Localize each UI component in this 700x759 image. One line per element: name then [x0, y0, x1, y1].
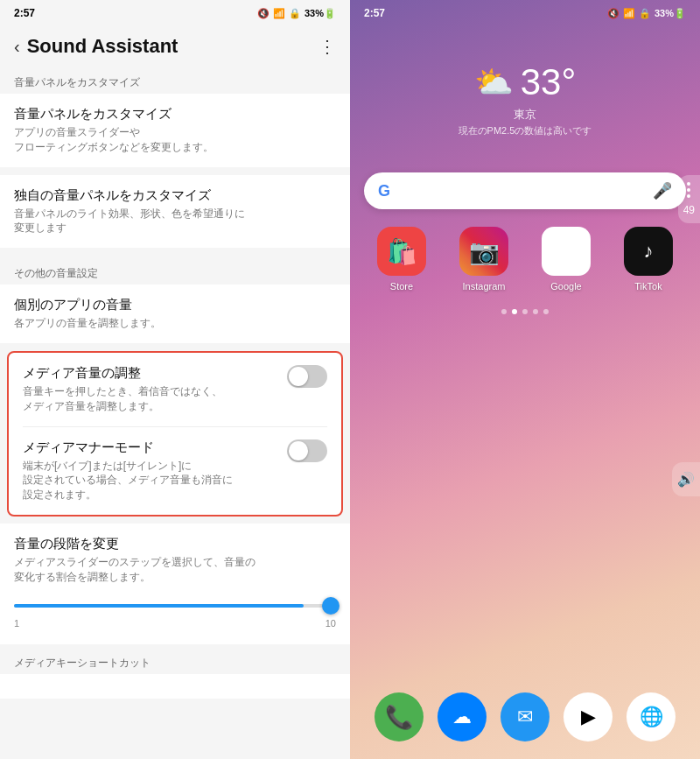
status-icons-right: 🔇 📶 🔒 33%🔋: [607, 8, 686, 19]
r-mute-icon: 🔇: [607, 8, 620, 19]
google-label: Google: [550, 281, 581, 292]
page-dots: [350, 309, 700, 314]
slider-fill: [14, 604, 304, 608]
slider-title: 音量の段階を変更: [14, 536, 336, 552]
dot3: [687, 194, 690, 198]
status-bar-left: 2:57 🔇 📶 🔒 33%🔋: [0, 0, 350, 26]
r-battery-text: 33%🔋: [654, 8, 686, 19]
dock-onedrive[interactable]: ☁: [438, 692, 486, 741]
weather-icon: ⛅: [474, 64, 514, 101]
status-icons-left: 🔇 📶 🔒 33%🔋: [257, 8, 336, 19]
setting-item-custom-panel[interactable]: 独自の音量パネルをカスタマイズ 音量パネルのライト効果、形状、色を希望通りに変更…: [0, 175, 350, 249]
store-label: Store: [390, 281, 413, 292]
sound-edge-button[interactable]: 🔊: [672, 462, 700, 496]
more-button[interactable]: ⋮: [318, 36, 336, 57]
slider-min: 1: [14, 618, 19, 629]
mail-icon[interactable]: ✉: [500, 692, 550, 741]
media-manner-text: メディアマナーモード 端末が[バイブ]または[サイレント]に設定されている場合、…: [23, 439, 276, 502]
slider-labels: 1 10: [14, 618, 336, 629]
item1-desc: アプリの音量スライダーやフローティングボタンなどを変更します。: [14, 125, 336, 155]
wifi-icon: 📶: [273, 8, 285, 19]
dots-number: 49: [683, 204, 695, 216]
app-grid: 🛍️ Store 📷 Instagram Google ♪ TikTok: [364, 227, 686, 292]
setting-item-per-app[interactable]: 個別のアプリの音量 各アプリの音量を調整します。: [0, 285, 350, 343]
page-dot-2-active: [512, 309, 517, 314]
lock-icon: 🔒: [289, 8, 301, 19]
time-left: 2:57: [14, 7, 35, 19]
phone-icon[interactable]: 📞: [374, 692, 424, 741]
tiktok-icon[interactable]: ♪: [624, 227, 673, 276]
weather-row: ⛅ 33°: [474, 61, 577, 103]
app-store[interactable]: 🛍️ Store: [364, 227, 439, 292]
battery-text: 33%🔋: [304, 8, 336, 19]
slider-desc: メディアスライダーのステップを選択して、音量の変化する割合を調整します。: [14, 555, 336, 585]
app-title: Sound Assistant: [27, 35, 178, 58]
page-dot-5: [543, 309, 549, 314]
search-bar[interactable]: G 🎤: [364, 172, 686, 209]
media-volume-title: メディア音量の調整: [23, 365, 276, 382]
media-volume-text: メディア音量の調整 音量キーを押したとき、着信音ではなく、メディア音量を調整しま…: [23, 365, 276, 414]
left-panel: 2:57 🔇 📶 🔒 33%🔋 ‹ Sound Assistant ⋮ 音量パネ…: [0, 0, 350, 759]
chrome-icon[interactable]: 🌐: [626, 692, 676, 741]
highlighted-section: メディア音量の調整 音量キーを押したとき、着信音ではなく、メディア音量を調整しま…: [7, 351, 343, 517]
instagram-icon[interactable]: 📷: [459, 227, 508, 276]
media-shortcut-item[interactable]: [0, 674, 350, 699]
item3-title: 個別のアプリの音量: [14, 297, 336, 313]
app-instagram[interactable]: 📷 Instagram: [446, 227, 522, 292]
dock-phone[interactable]: 📞: [374, 692, 424, 741]
page-dot-3: [522, 309, 528, 314]
section2-label: その他の音量設定: [0, 256, 350, 285]
app-header: ‹ Sound Assistant ⋮: [0, 26, 350, 65]
media-volume-toggle[interactable]: [287, 365, 327, 388]
app-google[interactable]: Google: [528, 227, 604, 292]
weather-widget: ⛅ 33° 東京 現在のPM2.5の数値は高いです: [350, 26, 700, 155]
r-lock-icon: 🔒: [639, 8, 651, 19]
right-panel: 2:57 🔇 📶 🔒 33%🔋 ⛅ 33° 東京 現在のPM2.5の数値は高いで…: [350, 0, 700, 759]
dock-mail[interactable]: ✉: [500, 692, 550, 741]
item3-desc: 各アプリの音量を調整します。: [14, 316, 336, 331]
media-manner-toggle[interactable]: [287, 439, 327, 462]
google-icon[interactable]: [542, 227, 591, 276]
slider-section[interactable]: 音量の段階を変更 メディアスライダーのステップを選択して、音量の変化する割合を調…: [0, 524, 350, 644]
time-right: 2:57: [364, 7, 385, 19]
header-left: ‹ Sound Assistant: [14, 35, 178, 58]
onedrive-icon[interactable]: ☁: [438, 692, 486, 741]
media-volume-desc: 音量キーを押したとき、着信音ではなく、メディア音量を調整します。: [23, 384, 276, 414]
dot2: [687, 188, 690, 192]
weather-temp: 33°: [521, 61, 577, 103]
instagram-label: Instagram: [463, 281, 506, 292]
weather-alert: 現在のPM2.5の数値は高いです: [458, 124, 592, 137]
playstore-icon[interactable]: ▶: [564, 692, 612, 741]
mute-icon: 🔇: [257, 8, 270, 19]
google-g-icon: G: [378, 182, 390, 200]
item2-title: 独自の音量パネルをカスタマイズ: [14, 187, 336, 204]
item1-title: 音量パネルをカスタマイズ: [14, 106, 336, 123]
dot1: [687, 182, 690, 186]
bottom-dock: 📞 ☁ ✉ ▶ 🌐: [350, 692, 700, 741]
store-icon[interactable]: 🛍️: [377, 227, 426, 276]
weather-city: 東京: [514, 107, 536, 123]
r-wifi-icon: 📶: [623, 8, 635, 19]
item2-desc: 音量パネルのライト効果、形状、色を希望通りに変更します: [14, 207, 336, 236]
media-manner-row[interactable]: メディアマナーモード 端末が[バイブ]または[サイレント]に設定されている場合、…: [9, 427, 341, 515]
setting-item-customize-volume[interactable]: 音量パネルをカスタマイズ アプリの音量スライダーやフローティングボタンなどを変更…: [0, 94, 350, 167]
scroll-content[interactable]: 音量パネルをカスタマイズ 音量パネルをカスタマイズ アプリの音量スライダーやフロ…: [0, 65, 350, 759]
media-volume-row[interactable]: メディア音量の調整 音量キーを押したとき、着信音ではなく、メディア音量を調整しま…: [9, 353, 341, 426]
page-dot-4: [533, 309, 538, 314]
dock-chrome[interactable]: 🌐: [626, 692, 676, 741]
slider-track: [14, 604, 336, 608]
dock-play[interactable]: ▶: [564, 692, 612, 741]
app-tiktok[interactable]: ♪ TikTok: [611, 227, 686, 292]
mic-icon[interactable]: 🎤: [653, 181, 672, 200]
dots-menu[interactable]: 49: [678, 175, 700, 223]
section3-label: メディアキーショートカット: [0, 645, 350, 674]
media-manner-desc: 端末が[バイブ]または[サイレント]に設定されている場合、メディア音量も消音に設…: [23, 459, 276, 502]
slider-max: 10: [326, 618, 336, 629]
page-dot-1: [501, 309, 507, 314]
slider-thumb[interactable]: [322, 597, 340, 615]
volume-slider-container[interactable]: [14, 597, 336, 615]
media-manner-title: メディアマナーモード: [23, 439, 276, 456]
status-bar-right: 2:57 🔇 📶 🔒 33%🔋: [350, 0, 700, 26]
tiktok-label: TikTok: [634, 281, 662, 292]
back-button[interactable]: ‹: [14, 37, 20, 57]
